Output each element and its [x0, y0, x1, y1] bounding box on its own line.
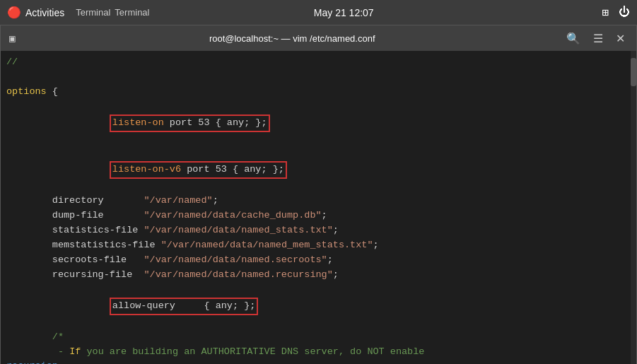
activities-label[interactable]: Activities: [25, 7, 64, 18]
terminal-titlebar: ▣ root@localhost:~ — vim /etc/named.conf…: [1, 25, 636, 51]
line-11: recursing-file "/var/named/data/named.re…: [6, 268, 631, 283]
line-10: secroots-file "/var/named/data/named.sec…: [6, 253, 631, 268]
line-4: listen-on port 53 { any; };: [6, 100, 631, 147]
line-6: directory "/var/named";: [6, 194, 631, 209]
vim-content: // options { listen-on port 53 { any; };…: [6, 55, 631, 364]
terminal-icon: ▣: [9, 33, 15, 45]
line-9: memstatistics-file "/var/named/data/name…: [6, 238, 631, 253]
line-13: /*: [6, 330, 631, 345]
terminal-menu-text[interactable]: Terminal: [115, 7, 149, 18]
terminal-window: ▣ root@localhost:~ — vim /etc/named.conf…: [0, 25, 637, 364]
terminal-menu-label[interactable]: Terminal: [76, 7, 110, 18]
system-tray: ⊞ ⏻: [538, 6, 630, 20]
terminal-title: root@localhost:~ — vim /etc/named.conf: [21, 33, 563, 44]
line-14: - If you are building an AUTHORITATIVE D…: [6, 345, 631, 360]
line-7: dump-file "/var/named/data/cache_dump.db…: [6, 209, 631, 223]
line-5: listen-on-v6 port 53 { any; };: [6, 147, 631, 194]
line-1: //: [6, 55, 631, 70]
scrollbar[interactable]: [631, 51, 636, 364]
system-bar: 🔴 Activities Terminal Terminal May 21 12…: [0, 0, 637, 25]
power-icon[interactable]: ⏻: [619, 6, 630, 19]
titlebar-actions: 🔍 ☰ ✕: [563, 30, 628, 47]
editor-content: // options { listen-on port 53 { any; };…: [1, 51, 636, 364]
line-2: [6, 70, 631, 85]
close-button[interactable]: ✕: [613, 30, 628, 47]
vim-editor: // options { listen-on port 53 { any; };…: [6, 55, 631, 364]
search-button[interactable]: 🔍: [563, 30, 583, 47]
menu-button[interactable]: ☰: [590, 30, 606, 47]
activities-section[interactable]: 🔴 Activities Terminal Terminal: [7, 6, 149, 20]
line-3: options {: [6, 85, 631, 100]
line-8: statistics-file "/var/named/data/named_s…: [6, 223, 631, 238]
line-15: recursion.: [6, 359, 631, 364]
line-12: allow-query { any; };: [6, 283, 631, 330]
network-icon[interactable]: ⊞: [602, 6, 609, 20]
datetime-display: May 21 12:07: [149, 7, 538, 18]
scrollbar-thumb[interactable]: [631, 58, 636, 86]
activities-icon: 🔴: [7, 6, 21, 20]
